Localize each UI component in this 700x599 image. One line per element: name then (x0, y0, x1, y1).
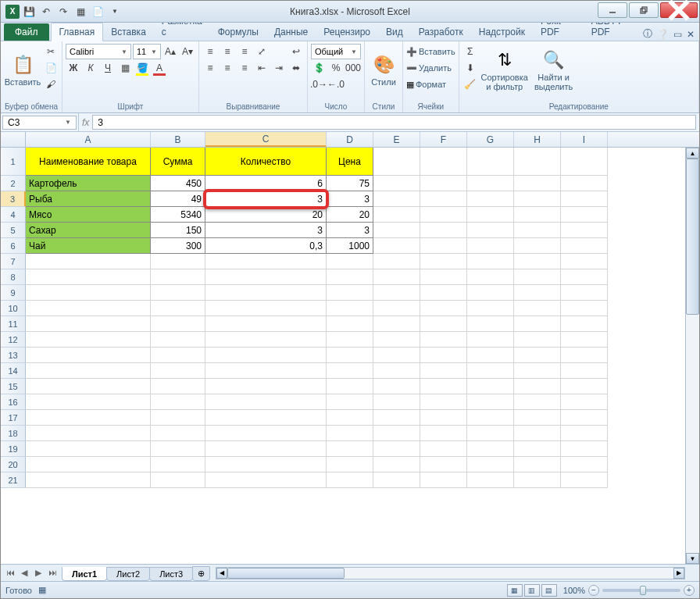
cell[interactable] (420, 207, 467, 223)
sheet-tab[interactable]: Лист1 (62, 567, 107, 581)
cell[interactable] (151, 285, 205, 301)
cell[interactable] (205, 457, 327, 472)
tab-review[interactable]: Рецензиро (316, 23, 378, 41)
fill-icon[interactable]: ⬇ (462, 60, 478, 76)
cell[interactable] (151, 472, 205, 488)
qat-icon[interactable]: ▦ (73, 4, 88, 20)
align-bottom-icon[interactable]: ≡ (237, 44, 252, 59)
cell[interactable] (205, 472, 327, 488)
cell[interactable] (561, 316, 608, 332)
cell[interactable] (514, 472, 561, 488)
macro-icon[interactable]: ▦ (38, 585, 46, 595)
cell[interactable] (514, 332, 561, 348)
tab-data[interactable]: Данные (266, 23, 316, 41)
cell-header-sum[interactable]: Сумма (151, 148, 205, 176)
cell[interactable] (373, 191, 420, 207)
cell[interactable] (467, 379, 514, 394)
cell[interactable] (205, 379, 327, 394)
clear-icon[interactable]: 🧹 (462, 77, 478, 92)
sheet-tab[interactable]: Лист3 (149, 567, 193, 581)
cell[interactable] (205, 285, 327, 301)
comma-icon[interactable]: 000 (345, 60, 361, 76)
cell[interactable] (327, 472, 373, 488)
tab-insert[interactable]: Вставка (103, 23, 154, 41)
align-top-icon[interactable]: ≡ (202, 44, 218, 59)
cell[interactable] (467, 254, 514, 269)
page-layout-view-icon[interactable]: ▥ (524, 584, 540, 597)
cell[interactable] (561, 269, 608, 285)
tab-home[interactable]: Главная (51, 23, 104, 41)
cell[interactable] (205, 394, 327, 410)
cell[interactable] (205, 269, 327, 285)
close-button[interactable] (660, 2, 698, 18)
wrap-text-icon[interactable]: ↩ (288, 44, 304, 59)
number-format-select[interactable]: Общий▼ (311, 44, 361, 59)
cell-header-name[interactable]: Наименование товара (26, 148, 151, 176)
cell[interactable] (151, 363, 205, 379)
inc-decimal-icon[interactable]: .0→ (311, 77, 327, 92)
sheet-nav-first-icon[interactable]: ⏮ (4, 568, 16, 578)
cell-qty[interactable]: 6 (205, 176, 327, 191)
cell[interactable] (467, 148, 514, 176)
cell[interactable] (420, 238, 467, 254)
scroll-thumb[interactable] (227, 568, 345, 579)
formula-input[interactable]: 3 (92, 115, 696, 130)
cell[interactable] (514, 410, 561, 426)
scroll-thumb[interactable] (686, 159, 699, 315)
cell[interactable] (467, 394, 514, 410)
cell[interactable] (467, 316, 514, 332)
cell-qty[interactable]: 0,3 (205, 238, 327, 254)
row-header[interactable]: 16 (1, 394, 26, 410)
cell[interactable] (561, 148, 608, 176)
cell[interactable] (373, 348, 420, 363)
cell[interactable] (373, 316, 420, 332)
column-header-A[interactable]: A (26, 132, 151, 147)
cell-qty[interactable]: 3 (205, 191, 327, 207)
zoom-level[interactable]: 100% (563, 586, 585, 595)
cell[interactable] (561, 394, 608, 410)
tab-formulas[interactable]: Формулы (210, 23, 266, 41)
cell[interactable] (420, 285, 467, 301)
cell[interactable] (205, 363, 327, 379)
cell[interactable] (514, 316, 561, 332)
cell-qty[interactable]: 3 (205, 223, 327, 238)
cell[interactable] (420, 363, 467, 379)
cell[interactable] (514, 441, 561, 457)
scroll-down-icon[interactable]: ▼ (686, 553, 699, 564)
sheet-nav-next-icon[interactable]: ▶ (32, 568, 45, 578)
italic-icon[interactable]: К (83, 60, 98, 76)
cell-header-price[interactable]: Цена (327, 148, 373, 176)
cell[interactable] (373, 223, 420, 238)
cell-price[interactable]: 1000 (327, 238, 373, 254)
cell[interactable] (561, 254, 608, 269)
column-header-I[interactable]: I (561, 132, 608, 147)
row-header[interactable]: 12 (1, 332, 26, 348)
cell-name[interactable]: Сахар (26, 223, 151, 238)
cell[interactable] (26, 269, 151, 285)
cell[interactable] (561, 176, 608, 191)
ribbon-window-icon[interactable]: ▭ (673, 29, 682, 40)
row-header[interactable]: 15 (1, 379, 26, 394)
cell[interactable] (467, 191, 514, 207)
row-header[interactable]: 5 (1, 223, 26, 238)
cell[interactable] (420, 223, 467, 238)
row-header[interactable]: 13 (1, 348, 26, 363)
cell[interactable] (467, 472, 514, 488)
cell[interactable] (467, 410, 514, 426)
scroll-right-icon[interactable]: ▶ (673, 568, 684, 579)
row-header[interactable]: 4 (1, 207, 26, 223)
cell[interactable] (467, 176, 514, 191)
paste-button[interactable]: 📋 Вставить (4, 44, 41, 95)
cell[interactable] (514, 191, 561, 207)
cell[interactable] (514, 269, 561, 285)
cell[interactable] (420, 426, 467, 441)
cell[interactable] (205, 316, 327, 332)
cell[interactable] (26, 332, 151, 348)
cell[interactable] (373, 410, 420, 426)
cell[interactable] (514, 426, 561, 441)
cell[interactable] (151, 332, 205, 348)
cell[interactable] (561, 207, 608, 223)
row-header[interactable]: 7 (1, 254, 26, 269)
tab-addins[interactable]: Надстройк (471, 23, 533, 41)
column-header-B[interactable]: B (151, 132, 205, 147)
